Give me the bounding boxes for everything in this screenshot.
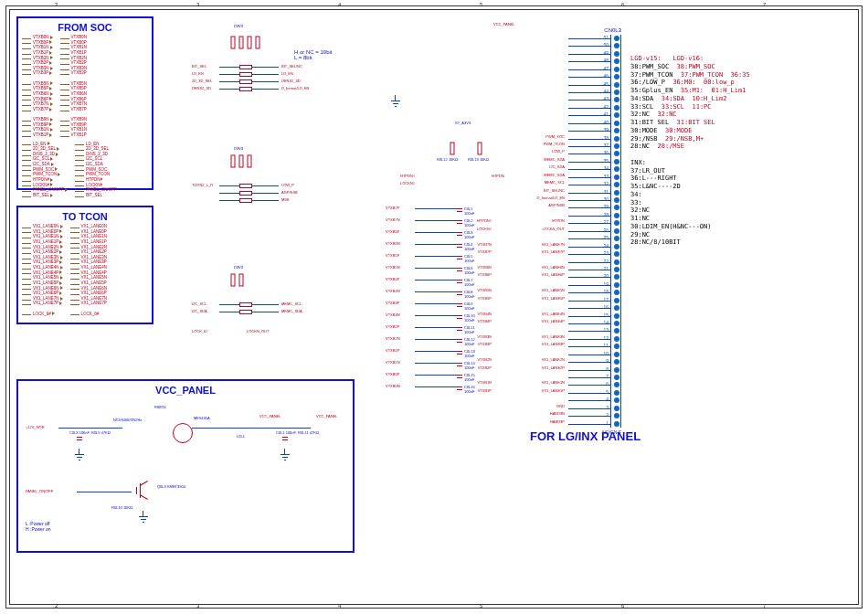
refdes-c2: C0L1 100nF (276, 430, 296, 435)
signal-label: VTXB3P (22, 70, 53, 76)
note-row: 32:NC (630, 206, 750, 215)
wire (415, 327, 457, 328)
net-label: 2D_3D_SEL (192, 79, 212, 83)
pin-notes: LGD-v15: LGD-v16: 38:PWM_SOC 38:PWM_SOC3… (630, 55, 750, 247)
pin-src-label: VTXB2N (477, 357, 492, 362)
refdes-r10: R0L10 10KΩ (111, 505, 132, 510)
net-label: VTXB0P (386, 372, 399, 376)
wire (415, 220, 457, 221)
signal-label: VX1_LANE6P (22, 291, 63, 296)
note-row: 33:SCL 33:SCL 11:PC (630, 103, 750, 111)
signal-label: VTXB6N (22, 91, 53, 97)
wire (415, 208, 457, 209)
signal-label: VTXB9N (22, 117, 53, 122)
conn-pin-44: 44 (548, 89, 621, 96)
signal-label: VTXB7P (22, 107, 53, 112)
pin-label: HABD3P (550, 419, 565, 424)
gnd3 (139, 516, 148, 524)
pin-label: VX1_LANE3N (542, 334, 565, 339)
conn-pin-43: 43 (548, 96, 621, 103)
refdes-cap: C0L9 100nF (464, 302, 474, 311)
note-row: 29:NC (630, 231, 750, 239)
wire (415, 303, 457, 304)
refdes-cap: C0L5 100nF (464, 254, 474, 263)
refdes-cap: C0L6 100nF (464, 266, 474, 275)
refdes-r11: R0L11 47KΩ (298, 430, 319, 435)
pin-label: HTPDN (552, 218, 565, 223)
signal-label: VX1_LANE6P (70, 291, 108, 296)
refdes-cap: C0L15 100nF (464, 373, 475, 382)
pullup (231, 155, 236, 168)
refdes-cap: C0L8 100nF (464, 290, 474, 299)
pin-label: VX1_LANE2N (542, 357, 565, 362)
note-row: 35:L&NC----2D (630, 183, 750, 191)
net-label: VTXB6P (386, 229, 399, 234)
net-lock6: LOCK_6# (192, 329, 208, 333)
h-lgd16: LGD-v16: (672, 55, 704, 62)
note-row: 31:BIT SEL 31:BIT SEL (630, 119, 750, 127)
wire-12v (58, 428, 122, 429)
signal-label: VTXB6N (60, 91, 88, 97)
signal-label: VX1_LANE0N (70, 224, 108, 229)
wire (415, 363, 457, 364)
refdes-q: Q0L3 KMBT3904 (157, 484, 185, 489)
net-vccpanel: VCC_PANEL (259, 414, 281, 418)
net-label: AGP/NSB (281, 190, 298, 195)
htpdn-pullups: ST_A3V3 R0L12 10KΩ R0L13 10KΩ HTPDN# LOC… (437, 137, 519, 192)
signal-label: VTXB1P (60, 132, 88, 138)
refdes-cap: C0L10 100nF (464, 313, 475, 323)
signal-label: VTXB7N (60, 101, 88, 107)
conn-pin-48: 48 (548, 58, 621, 65)
signal-label: VX1_LANE0N (22, 224, 63, 229)
refdes-fet: ME9435A (194, 416, 210, 420)
ruler-num: 3 (196, 603, 199, 609)
signal-label: VX1_LANE4N (22, 265, 63, 270)
coupling-cap (457, 336, 462, 345)
ruler-num: 7 (763, 2, 766, 7)
signal-label: VTXB2P (22, 60, 53, 66)
conn-pin-51: 51 (548, 35, 621, 42)
net-label: BIT_SEL (192, 64, 206, 69)
net-label: VTXB4P (386, 277, 399, 281)
signal-label: VX1_LANE7P (70, 301, 108, 306)
mid-networks: D3V3 BIT_SELBIT_SEL/NCLD_ENLD_EN2D_3D_SE… (192, 27, 375, 356)
pin-label: MEMC_SDA (544, 173, 565, 177)
wire (415, 244, 457, 245)
pin-label: D_format/LD_EN (537, 196, 565, 200)
res-r0l12 (450, 143, 455, 155)
main-title: FOR LG/INX PANEL (530, 429, 640, 443)
net-label: VTXB1N (386, 360, 400, 365)
pullup (256, 37, 260, 49)
signal-label: VTXB2P (60, 60, 88, 66)
resistor (239, 72, 252, 77)
note-row: 38:PWM_SOC 38:PWM_SOC (630, 63, 750, 71)
signal-label: LOCK_6# (22, 312, 63, 317)
note-row: 32:NC 32:NC (630, 111, 750, 119)
pin-src-label: VTXB1N (477, 380, 492, 385)
wire (415, 232, 457, 233)
block-vcc-panel: VCC_PANEL +12V_NOR FB0O6 NCV8460/DN2Hz M… (16, 379, 355, 553)
conn-pin-49: 49 (548, 50, 621, 58)
pullup (231, 274, 236, 287)
block-from-soc: FROM SOC VTXB0NVTXB0PVTXB1NVTXB1PVTXB2NV… (16, 16, 153, 190)
ruler-num: 7 (763, 603, 766, 609)
refdes-l: L0L1 (237, 434, 245, 439)
conn-pin-46: 46 (548, 73, 621, 80)
refdes-fb: FB0O6 (154, 405, 166, 409)
note-row: 37:LR_OUT (630, 167, 750, 175)
net-label: DENS2_3D (192, 86, 211, 90)
cap-c0l1 (282, 434, 288, 443)
signal-label: VTXB1P (22, 132, 53, 138)
cap-c0l3 (77, 434, 82, 443)
coupling-cap (457, 289, 462, 298)
net-htpdn1: HTPDN# (400, 174, 415, 178)
conn-body: 5150494847464544434241403938PWM_SOC37PWM… (548, 35, 621, 428)
net-label: DENS2_3D (281, 79, 301, 83)
pin-label: VX1_LANE6P (542, 272, 565, 277)
pin-label: MEMC_SCL (545, 180, 565, 185)
to-tcon-signals: VX1_LANE0NVX1_LANE0PVX1_LANE1NVX1_LANE1P… (22, 224, 148, 316)
pin-label: VX1_LANE3P (542, 342, 565, 346)
refdes-r9: R0L9 47KΩ (91, 430, 111, 435)
pin-src-label: VTXB7N (477, 242, 492, 247)
resistor (239, 310, 252, 314)
